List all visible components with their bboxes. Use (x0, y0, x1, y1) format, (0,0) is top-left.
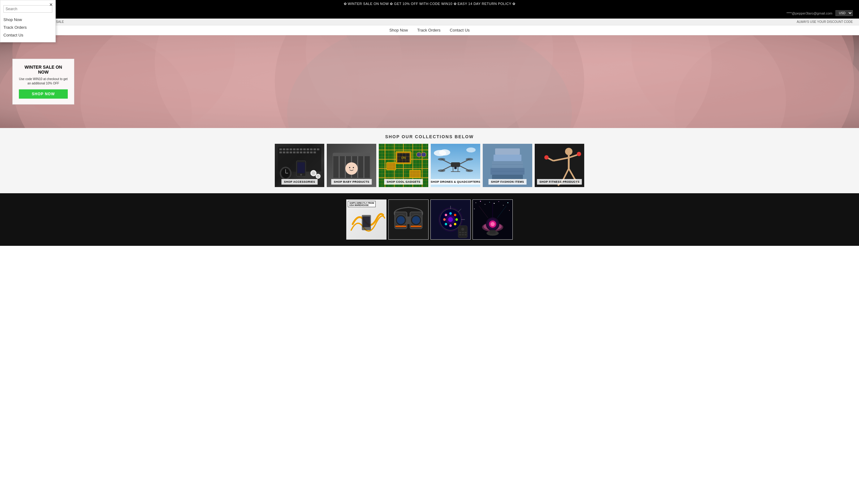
announcement-bar: ✿ WINTER SALE ON NOW ✿ GET 10% OFF WITH … (0, 0, 859, 8)
svg-point-143 (461, 228, 464, 231)
svg-rect-35 (310, 152, 313, 153)
collection-fashion[interactable]: SHOP FASHION ITEMS (483, 144, 532, 187)
product-card-3[interactable] (431, 200, 471, 240)
svg-rect-73 (410, 170, 421, 178)
product3-svg (431, 200, 470, 239)
svg-rect-125 (395, 226, 406, 227)
svg-rect-27 (283, 152, 285, 153)
search-nav-contact-us[interactable]: Contact Us (3, 31, 52, 39)
svg-point-57 (349, 167, 350, 168)
svg-rect-142 (458, 226, 468, 238)
product-card-2[interactable] (388, 200, 428, 240)
svg-rect-144 (459, 232, 462, 233)
svg-point-110 (544, 155, 548, 160)
search-nav-shop-now[interactable]: Shop Now (3, 16, 52, 23)
svg-rect-72 (387, 162, 396, 170)
svg-rect-23 (310, 148, 313, 150)
svg-point-124 (412, 216, 420, 224)
svg-point-12 (287, 35, 572, 128)
svg-rect-49 (333, 153, 370, 156)
close-icon[interactable]: ✕ (49, 2, 53, 7)
svg-rect-34 (307, 152, 309, 153)
svg-rect-148 (462, 234, 464, 235)
svg-rect-21 (303, 148, 306, 150)
svg-point-158 (508, 202, 508, 203)
svg-rect-29 (290, 152, 292, 153)
nav-shop-now[interactable]: Shop Now (389, 28, 408, 32)
product4-svg (473, 200, 512, 239)
nav-contact-us[interactable]: Contact Us (450, 28, 470, 32)
sub-header: ENTIRE STORE - UP TO 30% OFF SALE ALWAYS… (0, 18, 859, 25)
search-input[interactable] (3, 5, 52, 13)
svg-point-155 (494, 203, 495, 204)
svg-point-95 (455, 167, 456, 169)
svg-rect-100 (494, 155, 522, 161)
search-overlay: ✕ Shop Now Track Orders Contact Us (0, 0, 56, 42)
svg-rect-18 (293, 148, 296, 150)
collection-drones[interactable]: SHOP DRONES & QUADCOPTERS (431, 144, 480, 187)
hero-section: WINTER SALE ON NOW Use code WIN10 at che… (0, 35, 859, 128)
accessories-label: SHOP ACCESSORIES (281, 179, 317, 185)
svg-rect-126 (411, 226, 421, 227)
promo-title: WINTER SALE ON NOW (19, 65, 68, 75)
collection-fitness[interactable]: SHOP FITNESS PRODUCTS (535, 144, 584, 187)
gadgets-label: SHOP COOL GADGETS (384, 179, 423, 185)
svg-point-138 (448, 217, 453, 222)
products-section: SHIPS DIRECTLY FROMUSA WAREHOUSE (0, 193, 859, 246)
svg-rect-26 (280, 152, 282, 153)
svg-rect-38 (297, 162, 305, 173)
drones-label: SHOP DRONES & QUADCOPTERS (431, 179, 480, 185)
header-email: ****@pepper3laro@gmail.com (787, 12, 832, 15)
svg-rect-146 (465, 232, 467, 233)
nav-bar: Shop Now Track Orders Contact Us (0, 25, 859, 35)
svg-point-80 (439, 149, 450, 156)
svg-point-156 (498, 201, 499, 202)
svg-rect-31 (297, 152, 299, 153)
svg-rect-33 (303, 152, 306, 153)
svg-text:CPU: CPU (401, 157, 406, 160)
svg-point-152 (480, 201, 481, 202)
svg-point-135 (444, 223, 447, 225)
svg-line-140 (458, 209, 462, 212)
svg-point-160 (509, 210, 510, 210)
products-grid: SHIPS DIRECTLY FROMUSA WAREHOUSE (3, 200, 856, 240)
svg-point-133 (454, 223, 456, 225)
svg-point-39 (300, 174, 302, 176)
svg-point-75 (421, 152, 426, 157)
collection-baby[interactable]: SHOP BABY PRODUCTS (327, 144, 376, 187)
search-nav: Shop Now Track Orders Contact Us (3, 16, 52, 39)
svg-point-58 (353, 167, 354, 168)
svg-point-56 (345, 162, 358, 175)
svg-rect-101 (495, 148, 520, 155)
svg-point-89 (438, 170, 445, 172)
product2-svg (389, 200, 428, 239)
svg-point-134 (449, 224, 452, 227)
collections-section: SHOP OUR COLLECTIONS BELOW (0, 128, 859, 193)
svg-rect-147 (459, 234, 462, 235)
search-nav-track-orders[interactable]: Track Orders (3, 23, 52, 31)
collection-gadgets[interactable]: CPU SHOP COOL GADGETS (379, 144, 428, 187)
svg-point-157 (503, 205, 503, 206)
svg-rect-22 (307, 148, 309, 150)
currency-selector[interactable]: USD EUR GBP (835, 10, 853, 16)
promo-shop-now-button[interactable]: SHOP NOW (19, 89, 68, 99)
product-card-1[interactable]: SHIPS DIRECTLY FROMUSA WAREHOUSE (346, 200, 387, 240)
svg-rect-25 (317, 148, 319, 150)
svg-rect-17 (290, 148, 292, 150)
svg-rect-19 (297, 148, 299, 150)
product-card-4[interactable] (472, 200, 513, 240)
nav-track-orders[interactable]: Track Orders (417, 28, 440, 32)
svg-point-151 (476, 203, 476, 203)
collections-title: SHOP OUR COLLECTIONS BELOW (3, 134, 856, 139)
svg-point-88 (466, 158, 473, 160)
svg-point-154 (489, 202, 490, 203)
svg-point-166 (491, 222, 495, 226)
sub-header-right: ALWAYS USE YOUR DISCOUNT CODE (797, 20, 853, 23)
svg-rect-32 (300, 152, 302, 153)
collection-accessories[interactable]: SHOP ACCESSORIES (275, 144, 324, 187)
svg-point-47 (317, 175, 320, 178)
svg-rect-15 (283, 148, 285, 150)
svg-point-87 (438, 158, 445, 160)
svg-point-153 (485, 204, 485, 205)
svg-rect-69 (396, 152, 411, 164)
